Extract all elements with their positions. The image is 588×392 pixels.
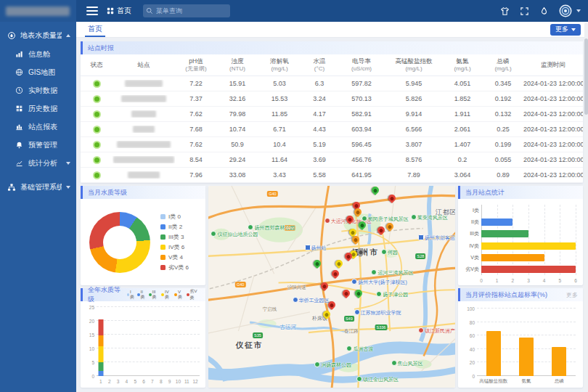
value-cell: 7.22 [175, 80, 217, 87]
station-pin-red[interactable] [319, 280, 330, 290]
fullscreen-icon[interactable] [520, 7, 529, 16]
station-pin-red[interactable] [387, 193, 397, 203]
bar-V类[interactable] [481, 254, 544, 261]
scrollbar-thumb[interactable] [584, 38, 588, 115]
legend-item[interactable]: V类 4 [160, 253, 189, 261]
y-tick-label: 25 [83, 305, 94, 310]
legend-item[interactable]: II类 [137, 290, 147, 301]
category-label: 劣V类 [460, 266, 479, 273]
map-label: 茱萸湾风景区 [411, 214, 448, 221]
value-cell: 2024-01-23 12:00:00 [523, 80, 583, 87]
menu-toggle-icon[interactable] [86, 7, 98, 15]
bar-总磷[interactable] [552, 347, 566, 376]
bar-II类[interactable] [481, 219, 513, 226]
category-label: V类 [460, 254, 479, 261]
table-row: 7.6810.746.714.43603.946.5662.0610.25202… [81, 122, 583, 137]
map-panel[interactable]: G40G40G40S49S35S28S336扬州市仪征市江都区扬州站大运河文化旅… [208, 186, 455, 388]
more-button[interactable]: 更多 [550, 24, 581, 36]
legend-item[interactable]: I类 [127, 290, 135, 301]
value-cell: 5.826 [385, 95, 442, 102]
road-shield: S28 [415, 253, 425, 259]
sidebar-item-信息舱[interactable]: 信息舱 [0, 45, 76, 63]
sidebar-item-实时数据[interactable]: 实时数据 [0, 81, 76, 99]
tab-home[interactable]: 首页 [85, 22, 105, 37]
station-pin-red[interactable] [376, 225, 386, 235]
legend-item[interactable]: III类 [149, 290, 159, 301]
map-label: 沪陕高速 [287, 285, 306, 291]
legend-item[interactable]: IV类 [161, 290, 172, 301]
column-header: 总磷(mg/L) [483, 57, 523, 73]
legend-item[interactable]: V类 [174, 290, 184, 301]
column-header: 水温(°C) [301, 57, 338, 73]
legend-item[interactable]: 劣V类 6 [160, 264, 189, 271]
map-label: 江苏旅游职业学院 [354, 309, 401, 317]
station-pin-green[interactable] [354, 287, 364, 298]
legend-item[interactable]: I类 0 [160, 213, 189, 221]
status-online-dot [93, 156, 101, 164]
legend-item[interactable]: IV类 6 [160, 243, 189, 251]
value-cell: 3.24 [301, 95, 338, 102]
status-cell [81, 171, 113, 179]
sidebar-item-历史数据[interactable]: 历史数据 [0, 99, 76, 118]
month-station-plot: 0123456I类II类III类IV类V类劣V类 [481, 205, 576, 275]
map-label: 运河三湾风景区 [371, 269, 413, 277]
station-name-redacted [117, 141, 171, 148]
station-pin-yellow[interactable] [334, 258, 344, 269]
station-pin-green[interactable] [312, 258, 322, 269]
user-avatar[interactable] [559, 4, 572, 17]
value-cell: 50.9 [217, 141, 258, 148]
value-cell: 0.345 [483, 80, 523, 87]
bar-III类[interactable] [481, 230, 528, 237]
bar-氨氮[interactable] [519, 338, 534, 376]
sidebar-item-GIS地图[interactable]: GIS地图 [0, 63, 76, 81]
user-caret-icon[interactable] [576, 9, 581, 12]
value-cell: 4.17 [301, 110, 338, 118]
sidebar-group-0[interactable]: 地表水质量监测系统 [0, 26, 76, 45]
station-name-redacted [113, 156, 174, 163]
station-pin-green[interactable] [369, 186, 380, 195]
stacked-bar-month-1[interactable] [98, 319, 103, 376]
legend-item[interactable]: III类 3 [160, 233, 189, 241]
search-icon [146, 7, 153, 15]
bar-IV类[interactable] [481, 242, 576, 250]
table-row: 7.6250.910.45.19596.453.8071.4070.199202… [81, 137, 583, 152]
legend-item[interactable]: II类 2 [160, 223, 189, 231]
legend-item[interactable]: 劣V类 [187, 288, 200, 301]
value-cell: 10.4 [258, 141, 301, 148]
sidebar-item-预警管理[interactable]: 预警管理 [0, 136, 76, 154]
value-cell: 5.03 [258, 80, 301, 87]
bar-劣V类[interactable] [481, 266, 576, 273]
column-header: 站点 [113, 61, 175, 69]
map-label: 扬州东部客运枢纽 [418, 234, 455, 242]
station-pin-red[interactable] [330, 269, 340, 279]
value-cell: 29.24 [217, 156, 258, 163]
road-shield: G40 [267, 191, 277, 197]
value-cell: 0.199 [483, 141, 523, 148]
road-shield: S49 [344, 316, 354, 322]
station-cell [113, 80, 175, 88]
water-drop-icon[interactable] [539, 7, 549, 16]
sidebar-item-统计分析[interactable]: 统计分析 [0, 154, 76, 172]
year-grade-title: 全年水质等级 I类II类III类IV类V类劣V类 [81, 288, 205, 301]
sidebar-item-站点报表[interactable]: 站点报表 [0, 118, 76, 136]
bar-高锰酸盐指数[interactable] [486, 331, 501, 376]
breadcrumb-home[interactable]: 首页 [107, 6, 131, 16]
x-tick-label: 6 [574, 278, 577, 283]
value-cell: 5.58 [301, 171, 338, 179]
value-cell: 15.91 [217, 80, 258, 87]
status-online-dot [93, 95, 101, 103]
station-cell [113, 95, 175, 103]
chart-more-link[interactable]: 更多 [566, 291, 578, 299]
value-cell: 456.76 [338, 156, 385, 163]
search-input[interactable] [143, 4, 230, 17]
sidebar-group-1[interactable]: 基础管理系统 [0, 178, 76, 197]
value-cell: 2024-01-23 12:00:00 [523, 171, 583, 179]
station-pin-red[interactable] [341, 287, 351, 298]
category-label: 总磷 [555, 378, 564, 385]
road-shield: S336 [375, 324, 388, 330]
value-cell: 9.914 [385, 110, 442, 118]
page-scrollbar [584, 23, 588, 391]
value-cell: 7.62 [175, 110, 217, 118]
theme-skin-icon[interactable] [500, 7, 510, 16]
month-station-title: 当月站点统计 [458, 186, 583, 199]
